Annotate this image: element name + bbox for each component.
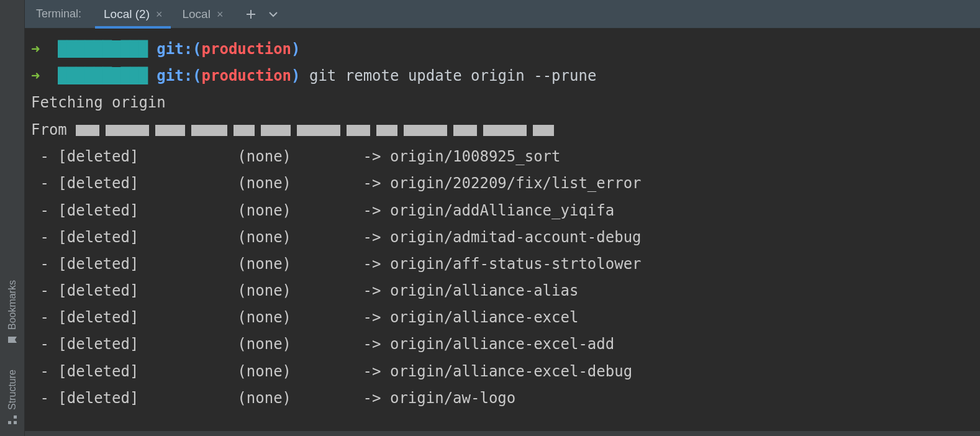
tab-local-2[interactable]: Local (2) × <box>95 0 171 28</box>
main-column: Terminal: Local (2) × Local × <box>25 0 980 436</box>
svg-rect-2 <box>14 416 17 419</box>
tab-label: Local <box>182 7 210 21</box>
terminal-output: ➜ ██████ ███ git:(production) ➜ ██████ █… <box>31 36 974 412</box>
sidebar-item-bookmarks[interactable]: Bookmarks <box>7 276 18 348</box>
tab-label: Local (2) <box>104 7 150 21</box>
close-icon[interactable]: × <box>156 9 163 20</box>
sidebar-item-label: Structure <box>7 370 18 410</box>
tab-local[interactable]: Local × <box>173 0 232 28</box>
tool-window-sidebar: Bookmarks Structure <box>0 0 25 436</box>
chevron-down-icon <box>268 9 279 20</box>
sidebar-item-structure[interactable]: Structure <box>7 366 18 429</box>
structure-icon <box>7 415 17 425</box>
sidebar-item-label: Bookmarks <box>7 280 18 330</box>
bookmark-icon <box>7 335 17 345</box>
panel-title: Terminal: <box>31 0 93 28</box>
plus-icon <box>245 9 256 20</box>
status-bar <box>25 431 980 436</box>
svg-rect-0 <box>8 421 11 424</box>
terminal-pane[interactable]: ➜ ██████ ███ git:(production) ➜ ██████ █… <box>25 29 980 431</box>
tab-actions <box>234 0 279 28</box>
svg-rect-1 <box>14 421 17 424</box>
app-frame: Bookmarks Structure Terminal: Local (2) … <box>0 0 980 436</box>
tab-dropdown-button[interactable] <box>268 9 279 20</box>
terminal-tabbar: Terminal: Local (2) × Local × <box>25 0 980 29</box>
close-icon[interactable]: × <box>217 9 224 20</box>
new-tab-button[interactable] <box>245 9 256 20</box>
